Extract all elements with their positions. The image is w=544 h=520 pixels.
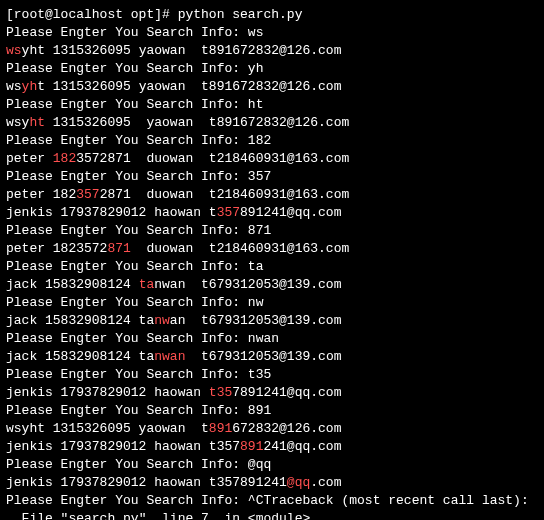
terminal-line: wsyht 1315326095 yaowan t891672832@126.c… — [6, 78, 538, 96]
terminal-line: jenkis 17937829012 haowan t357891241@qq.… — [6, 474, 538, 492]
terminal-line: jack 15832908124 tanwan t679312053@139.c… — [6, 348, 538, 366]
terminal-line: Please Engter You Search Info: 357 — [6, 168, 538, 186]
terminal-line: wsyht 1315326095 yaowan t891672832@126.c… — [6, 42, 538, 60]
terminal-line: Please Engter You Search Info: yh — [6, 60, 538, 78]
terminal-line: Please Engter You Search Info: 182 — [6, 132, 538, 150]
terminal-line: jenkis 17937829012 haowan t357891241@qq.… — [6, 204, 538, 222]
terminal-line: File "search.py", line 7, in <module> — [6, 510, 538, 520]
terminal-line: jack 15832908124 tanwan t679312053@139.c… — [6, 312, 538, 330]
terminal-line: Please Engter You Search Info: t35 — [6, 366, 538, 384]
terminal-output: [root@localhost opt]# python search.pyPl… — [6, 6, 538, 520]
terminal-line: peter 1823572871 duowan t218460931@163.c… — [6, 186, 538, 204]
terminal-line: Please Engter You Search Info: ta — [6, 258, 538, 276]
terminal-line: wsyht 1315326095 yaowan t891672832@126.c… — [6, 420, 538, 438]
terminal-line: Please Engter You Search Info: nw — [6, 294, 538, 312]
terminal-line: Please Engter You Search Info: nwan — [6, 330, 538, 348]
terminal-line: Please Engter You Search Info: @qq — [6, 456, 538, 474]
terminal-line: jenkis 17937829012 haowan t357891241@qq.… — [6, 438, 538, 456]
terminal-line: Please Engter You Search Info: ws — [6, 24, 538, 42]
terminal-line: peter 1823572871 duowan t218460931@163.c… — [6, 150, 538, 168]
terminal-line: Please Engter You Search Info: ht — [6, 96, 538, 114]
terminal-line: jenkis 17937829012 haowan t357891241@qq.… — [6, 384, 538, 402]
terminal-line: Please Engter You Search Info: ^CTraceba… — [6, 492, 538, 510]
terminal-line: peter 1823572871 duowan t218460931@163.c… — [6, 240, 538, 258]
terminal-line: jack 15832908124 tanwan t679312053@139.c… — [6, 276, 538, 294]
terminal-line: Please Engter You Search Info: 871 — [6, 222, 538, 240]
terminal-line: Please Engter You Search Info: 891 — [6, 402, 538, 420]
terminal-line: wsyht 1315326095 yaowan t891672832@126.c… — [6, 114, 538, 132]
terminal-line: [root@localhost opt]# python search.py — [6, 6, 538, 24]
